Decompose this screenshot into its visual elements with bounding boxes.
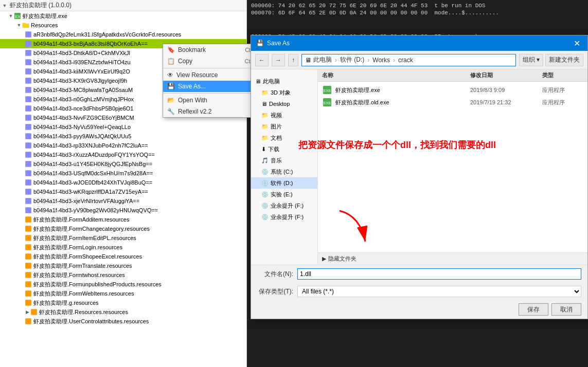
sidebar-drive-f1[interactable]: 💿 业余提升 (F:) (251, 200, 317, 211)
addr-part-4: crack (398, 57, 413, 64)
file-item-0[interactable]: EXE 虾皮拍卖助理.exe 2019/8/3 9:09 应用程序 (320, 84, 585, 96)
dialog-header-row: 名称 修改日期 类型 (318, 69, 587, 82)
sidebar-video-label: 视频 (271, 112, 282, 119)
dialog-overlay: 💾 Save As ✕ ← → ↑ 🖥 此电脑 › 软件 (D:) › Work… (0, 0, 588, 367)
sidebar-drive-e-label: 实验 (E:) (271, 191, 293, 198)
sidebar-picture-label: 图片 (271, 123, 282, 131)
filename-row: 文件名(N): (251, 265, 587, 283)
dialog-body: 🖥 此电脑 📁 3D 对象 🖥 Desktop 📁 (251, 69, 587, 265)
save-button[interactable]: 保存 (519, 303, 548, 316)
col-name-header: 名称 (322, 71, 470, 79)
doc-icon: 📁 (261, 135, 269, 141)
drive-d-icon: 💿 (261, 180, 269, 187)
sidebar-video[interactable]: 📁 视频 (251, 109, 317, 121)
hidden-folder-toggle[interactable]: ▶ 隐藏文件夹 (318, 252, 587, 265)
address-bar: 🖥 此电脑 › 软件 (D:) › Works › crack (301, 54, 516, 66)
svg-text:EXE: EXE (324, 101, 331, 105)
dialog-btn-row: 保存 取消 (251, 300, 587, 319)
file-type-1: 应用程序 (542, 99, 583, 106)
file-exe-icon-0: EXE (322, 85, 332, 95)
file-date-1: 2019/7/19 21:32 (470, 99, 542, 105)
save-title-icon: 💾 (256, 40, 264, 47)
sidebar-download-label: 下载 (268, 145, 279, 153)
sidebar-drive-f2[interactable]: 💿 业余提升 (F:) (251, 211, 317, 223)
dialog-titlebar: 💾 Save As ✕ (251, 35, 587, 51)
filetype-label: 保存类型(T): (257, 287, 293, 296)
arrow-annotation (334, 206, 376, 248)
sidebar-this-computer[interactable]: 🖥 此电脑 (251, 76, 317, 87)
desktop-icon: 🖥 (261, 101, 267, 107)
sidebar-picture[interactable]: 📁 图片 (251, 121, 317, 132)
file-name-0: 虾皮拍卖助理.exe (335, 86, 470, 94)
music-icon: 🎵 (261, 157, 269, 164)
download-icon: ⬇ (261, 146, 266, 153)
dialog-title: 💾 Save As (256, 40, 290, 47)
dialog-toolbar: ← → ↑ 🖥 此电脑 › 软件 (D:) › Works › crack 组织… (251, 51, 587, 69)
file-type-0: 应用程序 (542, 86, 583, 94)
addr-computer-icon: 🖥 (305, 57, 311, 64)
sidebar-3d[interactable]: 📁 3D 对象 (251, 87, 317, 98)
video-icon: 📁 (261, 112, 269, 119)
sidebar-drive-d[interactable]: 💿 软件 (D:) (251, 177, 317, 189)
drive-f2-icon: 💿 (261, 214, 269, 221)
addr-part-3: Works (372, 57, 390, 64)
organize-button[interactable]: 组织 ▾ (519, 54, 543, 66)
drive-c-icon: 💿 (261, 169, 269, 175)
filename-label: 文件名(N): (257, 270, 293, 279)
sidebar-3d-label: 3D 对象 (271, 89, 291, 97)
annotation-text: 把资源文件保存成一个个dll，找到我们需要的dll (298, 139, 496, 151)
filetype-row: 保存类型(T): All files (*.*) (251, 283, 587, 300)
up-button[interactable]: ↑ (288, 54, 298, 66)
sidebar-drive-f2-label: 业余提升 (F:) (271, 213, 304, 221)
dialog-sidebar: 🖥 此电脑 📁 3D 对象 🖥 Desktop 📁 (251, 69, 318, 265)
forward-button[interactable]: → (272, 54, 285, 66)
sidebar-desktop-label: Desktop (269, 101, 290, 107)
dialog-close-button[interactable]: ✕ (572, 39, 582, 48)
sidebar-drive-c-label: 系统 (C:) (271, 168, 293, 176)
dialog-footer: 文件名(N): 保存类型(T): All files (*.*) 保存 取消 (251, 265, 587, 319)
file-name-1: 虾皮拍卖助理.old.exe (335, 99, 470, 106)
back-button[interactable]: ← (255, 54, 269, 66)
addr-part-1: 此电脑 (313, 56, 332, 64)
sidebar-music-label: 音乐 (271, 157, 282, 164)
sidebar-desktop[interactable]: 🖥 Desktop (251, 98, 317, 109)
sidebar-drive-f1-label: 业余提升 (F:) (271, 202, 304, 210)
sidebar-music[interactable]: 🎵 音乐 (251, 155, 317, 166)
toggle-arrow-icon: ▶ (322, 255, 326, 262)
filename-input[interactable] (297, 268, 581, 280)
computer-icon: 🖥 (255, 78, 261, 84)
svg-text:EXE: EXE (324, 88, 331, 93)
drive-f1-icon: 💿 (261, 203, 269, 209)
filetype-select[interactable]: All files (*.*) (297, 286, 581, 297)
folder-3d-icon: 📁 (261, 89, 269, 96)
col-date-header: 修改日期 (470, 71, 542, 79)
file-exe-icon-1: EXE (322, 97, 332, 107)
dialog-title-text: Save As (267, 40, 290, 47)
col-type-header: 类型 (542, 71, 583, 79)
hidden-folder-label: 隐藏文件夹 (328, 255, 357, 263)
sidebar-drive-d-label: 软件 (D:) (271, 179, 293, 187)
drive-e-icon: 💿 (261, 191, 269, 198)
save-as-dialog: 💾 Save As ✕ ← → ↑ 🖥 此电脑 › 软件 (D:) › Work… (251, 35, 588, 319)
sidebar-doc-label: 文档 (271, 134, 282, 142)
sidebar-drive-e[interactable]: 💿 实验 (E:) (251, 189, 317, 200)
file-item-1[interactable]: EXE 虾皮拍卖助理.old.exe 2019/7/19 21:32 应用程序 (320, 96, 585, 108)
sidebar-drive-c[interactable]: 💿 系统 (C:) (251, 166, 317, 177)
cancel-button[interactable]: 取消 (551, 303, 581, 316)
picture-icon: 📁 (261, 123, 269, 130)
new-folder-button[interactable]: 新建文件夹 (545, 54, 583, 66)
sidebar-computer-label: 此电脑 (263, 78, 280, 85)
addr-part-2: 软件 (D:) (340, 56, 364, 64)
file-date-0: 2019/8/3 9:09 (470, 87, 542, 93)
